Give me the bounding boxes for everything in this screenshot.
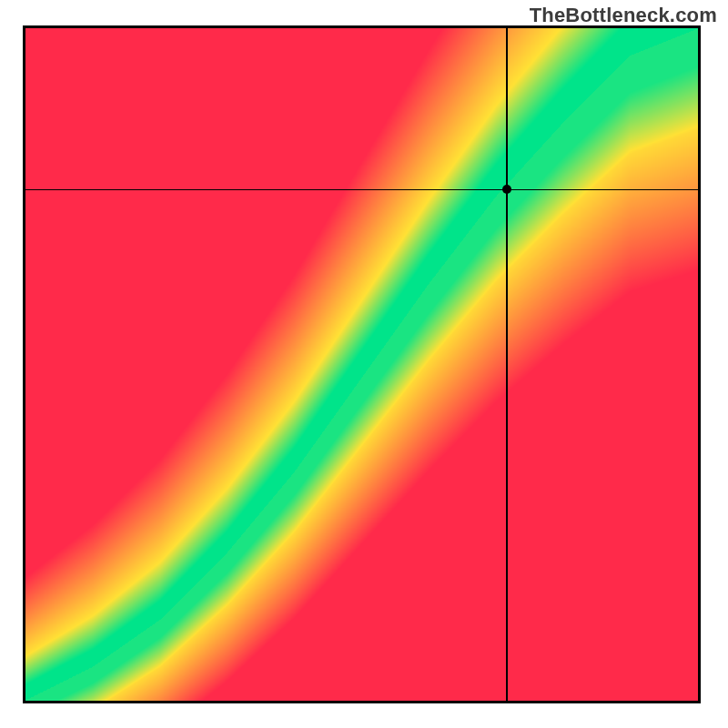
crosshair-vertical xyxy=(506,28,508,701)
watermark-text: TheBottleneck.com xyxy=(530,4,717,27)
crosshair-horizontal xyxy=(25,189,698,191)
marker-dot xyxy=(502,185,511,194)
heatmap-canvas xyxy=(25,28,698,701)
chart-container: TheBottleneck.com xyxy=(0,0,728,728)
plot-frame xyxy=(23,25,701,703)
